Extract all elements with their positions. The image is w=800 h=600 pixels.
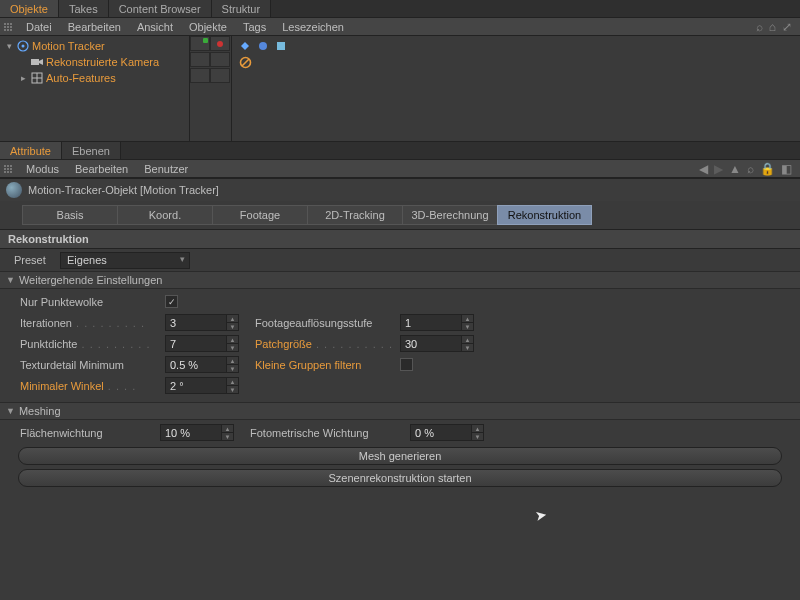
section-rekonstruktion: Rekonstruktion (0, 229, 800, 249)
spinner[interactable]: ▲▼ (472, 424, 484, 441)
object-type-icon (6, 182, 22, 198)
attribute-panel: Attribute Ebenen Modus Bearbeiten Benutz… (0, 142, 800, 497)
spin-up-icon: ▲ (227, 315, 238, 323)
field-minimaler-winkel[interactable] (165, 377, 227, 394)
group-weitergehende-body: Nur Punktewolke ✓ Iterationen . . . . . … (0, 289, 800, 402)
group-meshing[interactable]: ▼ Meshing (0, 402, 800, 420)
vis-render-slot[interactable] (210, 36, 230, 51)
input-flaechenwichtung[interactable]: ▲▼ (160, 424, 234, 441)
lbl-patchgroesse: Patchgröße . . . . . . . . . . (255, 338, 400, 350)
mouse-cursor-icon: ➤ (534, 506, 549, 524)
input-fotometrische-wichtung[interactable]: ▲▼ (410, 424, 484, 441)
tab-content-browser[interactable]: Content Browser (109, 0, 212, 17)
field-iterationen[interactable] (165, 314, 227, 331)
chk-nur-punktewolke[interactable]: ✓ (165, 295, 178, 308)
spinner[interactable]: ▲▼ (462, 335, 474, 352)
tab-attribute[interactable]: Attribute (0, 142, 62, 159)
btn-szenenrekonstruktion[interactable]: Szenenrekonstruktion starten (18, 469, 782, 487)
input-patchgroesse[interactable]: ▲▼ (400, 335, 474, 352)
spin-up-icon: ▲ (462, 315, 473, 323)
lock-icon[interactable]: 🔒 (760, 162, 775, 176)
spinner[interactable]: ▲▼ (227, 335, 239, 352)
field-texturdetail-min[interactable] (165, 356, 227, 373)
nav-fwd-icon[interactable]: ▶ (714, 162, 723, 176)
lbl-fotometrische-wichtung: Fotometrische Wichtung (250, 427, 410, 439)
tag-icon[interactable] (238, 39, 252, 53)
btn-mesh-generieren[interactable]: Mesh generieren (18, 447, 782, 465)
field-punktdichte[interactable] (165, 335, 227, 352)
menu-bearbeiten[interactable]: Bearbeiten (67, 161, 136, 177)
menu-lesezeichen[interactable]: Lesezeichen (274, 19, 352, 35)
vis-editor-slot[interactable] (190, 68, 210, 83)
vis-render-slot[interactable] (210, 52, 230, 67)
group-weitergehende[interactable]: ▼ Weitergehende Einstellungen (0, 271, 800, 289)
menu-benutzer[interactable]: Benutzer (136, 161, 196, 177)
preset-select[interactable]: Eigenes (60, 252, 190, 269)
tab-struktur[interactable]: Struktur (212, 0, 272, 17)
home-icon[interactable]: ⌂ (769, 20, 776, 34)
tab-rekonstruktion[interactable]: Rekonstruktion (497, 205, 592, 225)
menu-datei[interactable]: Datei (18, 19, 60, 35)
tree-names-column: ▾ Motion Tracker Rekonstruierte Kamera ▸… (0, 36, 190, 141)
svg-point-6 (259, 42, 267, 50)
input-iterationen[interactable]: ▲▼ (165, 314, 239, 331)
tab-objekte[interactable]: Objekte (0, 0, 59, 17)
tree-label[interactable]: Motion Tracker (32, 40, 105, 52)
object-title-bar: Motion-Tracker-Objekt [Motion Tracker] (0, 178, 800, 201)
tag-icon[interactable] (274, 39, 288, 53)
spin-down-icon: ▼ (462, 344, 473, 351)
vis-editor-slot[interactable] (190, 52, 210, 67)
input-texturdetail-min[interactable]: ▲▼ (165, 356, 239, 373)
tab-2d-tracking[interactable]: 2D-Tracking (307, 205, 402, 225)
group-title: Meshing (19, 405, 61, 417)
tag-icon[interactable] (256, 39, 270, 53)
nav-back-icon[interactable]: ◀ (699, 162, 708, 176)
new-icon[interactable]: ◧ (781, 162, 792, 176)
tab-koord[interactable]: Koord. (117, 205, 212, 225)
tree-row-auto-features[interactable]: ▸ Auto-Features (0, 70, 189, 86)
spinner[interactable]: ▲▼ (227, 377, 239, 394)
search-icon[interactable]: ⌕ (747, 162, 754, 176)
panel-grip-icon[interactable] (0, 162, 18, 176)
nav-up-icon[interactable]: ▲ (729, 162, 741, 176)
vis-render-slot[interactable] (210, 68, 230, 83)
tab-3d-berechnung[interactable]: 3D-Berechnung (402, 205, 497, 225)
panel-grip-icon[interactable] (0, 20, 18, 34)
menu-objekte[interactable]: Objekte (181, 19, 235, 35)
input-footage-res[interactable]: ▲▼ (400, 314, 474, 331)
tab-basis[interactable]: Basis (22, 205, 117, 225)
prohibit-icon[interactable] (238, 55, 252, 69)
object-manager-panel: Objekte Takes Content Browser Struktur D… (0, 0, 800, 142)
expand-icon[interactable]: ▸ (18, 73, 28, 83)
input-minimaler-winkel[interactable]: ▲▼ (165, 377, 239, 394)
tab-takes[interactable]: Takes (59, 0, 109, 17)
spin-up-icon: ▲ (227, 378, 238, 386)
spinner[interactable]: ▲▼ (227, 314, 239, 331)
tree-row-camera[interactable]: Rekonstruierte Kamera (0, 54, 189, 70)
vis-editor-slot[interactable] (190, 36, 210, 51)
spinner[interactable]: ▲▼ (227, 356, 239, 373)
menu-ansicht[interactable]: Ansicht (129, 19, 181, 35)
tree-row-motion-tracker[interactable]: ▾ Motion Tracker (0, 38, 189, 54)
search-icon[interactable]: ⌕ (756, 20, 763, 34)
chk-kleine-gruppen[interactable] (400, 358, 413, 371)
field-footage-res[interactable] (400, 314, 462, 331)
spinner[interactable]: ▲▼ (222, 424, 234, 441)
collapse-icon[interactable]: ▾ (4, 41, 14, 51)
expand-icon[interactable]: ⤢ (782, 20, 792, 34)
menu-bearbeiten[interactable]: Bearbeiten (60, 19, 129, 35)
property-tabs: Basis Koord. Footage 2D-Tracking 3D-Bere… (0, 201, 800, 229)
field-fotometrische-wichtung[interactable] (410, 424, 472, 441)
tab-ebenen[interactable]: Ebenen (62, 142, 121, 159)
menu-modus[interactable]: Modus (18, 161, 67, 177)
spinner[interactable]: ▲▼ (462, 314, 474, 331)
input-punktdichte[interactable]: ▲▼ (165, 335, 239, 352)
spin-up-icon: ▲ (472, 425, 483, 433)
field-flaechenwichtung[interactable] (160, 424, 222, 441)
lbl-punktdichte: Punktdichte . . . . . . . . . (20, 338, 165, 350)
tab-footage[interactable]: Footage (212, 205, 307, 225)
tree-label[interactable]: Auto-Features (46, 72, 116, 84)
field-patchgroesse[interactable] (400, 335, 462, 352)
menu-tags[interactable]: Tags (235, 19, 274, 35)
tree-label[interactable]: Rekonstruierte Kamera (46, 56, 159, 68)
